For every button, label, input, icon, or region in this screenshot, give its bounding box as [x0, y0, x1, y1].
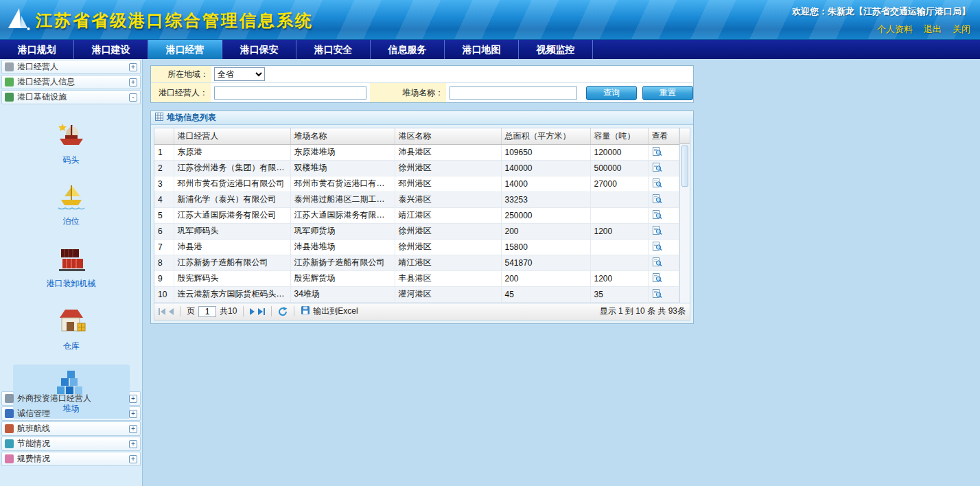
facility-icon — [5, 93, 14, 102]
header-link[interactable]: 个人资料 — [877, 23, 913, 36]
column-header[interactable]: 总面积（平方米） — [501, 128, 590, 144]
nav-tab[interactable]: 港口经营 — [148, 40, 222, 59]
cell-yard: 巩军师货场 — [290, 223, 395, 239]
sidebar-group[interactable]: 外商投资港口经营人+ — [1, 391, 141, 406]
expand-toggle-icon[interactable]: + — [129, 395, 137, 403]
cell-yard: 殷宪辉货场 — [290, 270, 395, 286]
column-header[interactable]: 查看 — [648, 128, 679, 144]
search-row-fields: 港口经营人： 堆场名称： 查询 重置 — [151, 82, 693, 102]
cell-operator: 殷宪辉码头 — [174, 270, 290, 286]
sidebar-group[interactable]: 诚信管理+ — [1, 406, 141, 421]
query-button[interactable]: 查询 — [586, 86, 637, 100]
pager-separator — [294, 306, 294, 316]
nav-tab[interactable]: 港口建设 — [74, 40, 148, 59]
table-header-row: 港口经营人堆场名称港区名称总面积（平方米）容量（吨）查看 — [154, 128, 679, 144]
refresh-button[interactable] — [278, 307, 288, 316]
sidebar-group[interactable]: 航班航线+ — [1, 421, 141, 436]
table-row[interactable]: 2江苏徐州港务（集团）有限公司双楼堆场徐州港区140000500000 — [154, 160, 679, 176]
sidebar-group[interactable]: 港口经营人+ — [1, 60, 141, 74]
view-button[interactable] — [652, 225, 662, 235]
facility-item-码头[interactable]: 码头 — [13, 116, 130, 170]
facility-list: 码头泊位港口装卸机械仓库堆场 — [0, 105, 142, 391]
sidebar-group[interactable]: 港口经营人信息+ — [1, 75, 141, 89]
column-header[interactable]: 容量（吨） — [590, 128, 648, 144]
expand-toggle-icon[interactable]: - — [129, 93, 137, 102]
first-page-button[interactable] — [159, 308, 165, 315]
nav-tab[interactable]: 港口规划 — [0, 40, 74, 59]
grid-wrap: 港口经营人堆场名称港区名称总面积（平方米）容量（吨）查看 1东原港东原港堆场沛县… — [154, 128, 690, 303]
table-row[interactable]: 1东原港东原港堆场沛县港区109650120000 — [154, 144, 679, 160]
sidebar-group-label: 港口经营人信息 — [17, 76, 129, 88]
facility-item-仓库[interactable]: 仓库 — [13, 302, 130, 356]
cell-area: 109650 — [501, 144, 590, 160]
column-header[interactable]: 港区名称 — [395, 128, 501, 144]
facility-label: 码头 — [63, 154, 80, 166]
region-select[interactable]: 全省 — [214, 67, 265, 81]
yard-table: 港口经营人堆场名称港区名称总面积（平方米）容量（吨）查看 1东原港东原港堆场沛县… — [154, 128, 679, 303]
cell-num: 2 — [154, 160, 174, 176]
nav-tab[interactable]: 港口安全 — [296, 40, 371, 59]
expand-toggle-icon[interactable]: + — [129, 440, 137, 448]
expand-toggle-icon[interactable]: + — [129, 63, 137, 71]
region-cell: 全省 — [211, 66, 693, 82]
pager-separator — [243, 306, 244, 316]
view-button[interactable] — [652, 273, 662, 283]
column-header[interactable]: 堆场名称 — [290, 128, 395, 144]
export-excel-button[interactable]: 输出到Excel — [301, 305, 358, 317]
nav-tab[interactable]: 港口保安 — [222, 40, 296, 59]
table-row[interactable]: 3邳州市黄石货运港口有限公司邳州市黄石货运港口有限公...邳州港区1400027… — [154, 176, 679, 192]
header-links: 个人资料退出关闭 — [877, 23, 970, 36]
export-excel-label: 输出到Excel — [313, 305, 358, 317]
expand-toggle-icon[interactable]: + — [129, 78, 137, 86]
scrollbar-thumb[interactable] — [681, 146, 689, 187]
view-button[interactable] — [652, 162, 662, 172]
nav-tab[interactable]: 港口地图 — [445, 40, 519, 59]
cell-num: 4 — [154, 192, 174, 207]
vertical-scrollbar[interactable] — [679, 128, 690, 303]
table-row[interactable]: 9殷宪辉码头殷宪辉货场丰县港区2001200 — [154, 270, 679, 286]
expand-toggle-icon[interactable]: + — [129, 410, 137, 418]
reset-button[interactable]: 重置 — [642, 86, 693, 100]
table-row[interactable]: 4新浦化学（泰兴）有限公司泰州港过船港区二期工程通...泰兴港区33253 — [154, 192, 679, 207]
prev-page-button[interactable] — [169, 308, 174, 315]
yard-name-input[interactable] — [450, 86, 577, 100]
next-page-button[interactable] — [250, 308, 255, 315]
table-row[interactable]: 5江苏大通国际港务有限公司江苏大通国际港务有限公司靖江港区250000 — [154, 207, 679, 223]
sidebar-group[interactable]: 节能情况+ — [1, 437, 141, 451]
column-header[interactable]: 港口经营人 — [174, 128, 290, 144]
expand-toggle-icon[interactable]: + — [129, 425, 137, 433]
main-nav: 港口规划港口建设港口经营港口保安港口安全信息服务港口地图视频监控 — [0, 40, 980, 59]
facility-label: 仓库 — [63, 340, 80, 352]
nav-tab[interactable]: 信息服务 — [371, 40, 445, 59]
last-page-button[interactable] — [258, 308, 265, 315]
facility-item-港口装卸机械[interactable]: 港口装卸机械 — [13, 240, 130, 294]
operator-input[interactable] — [214, 86, 366, 100]
view-button[interactable] — [652, 288, 662, 299]
cell-operator: 江苏新扬子造船有限公司 — [174, 255, 290, 270]
cell-num: 9 — [154, 270, 174, 286]
header-link[interactable]: 关闭 — [953, 23, 970, 36]
sidebar-group[interactable]: 规费情况+ — [1, 452, 141, 466]
sidebar-group[interactable]: 港口基础设施- — [1, 90, 141, 104]
table-row[interactable]: 7沛县港沛县港堆场徐州港区15800 — [154, 239, 679, 255]
view-button[interactable] — [652, 178, 662, 188]
table-row[interactable]: 10连云港新东方国际货柜码头有限...34堆场灌河港区4535 — [154, 286, 679, 302]
cell-yard: 泰州港过船港区二期工程通... — [290, 192, 395, 207]
cell-yard: 江苏新扬子造船有限公司 — [290, 255, 395, 270]
view-button[interactable] — [652, 194, 662, 204]
view-button[interactable] — [652, 257, 662, 267]
table-row[interactable]: 8江苏新扬子造船有限公司江苏新扬子造船有限公司靖江港区541870 — [154, 255, 679, 270]
total-pages-label: 共10 — [220, 305, 237, 317]
cell-capacity: 35 — [590, 286, 648, 302]
view-button[interactable] — [652, 241, 662, 251]
header-link[interactable]: 退出 — [924, 23, 942, 36]
cell-view — [648, 192, 679, 207]
table-row[interactable]: 6巩军师码头巩军师货场徐州港区2001200 — [154, 223, 679, 239]
view-button[interactable] — [652, 209, 662, 220]
expand-toggle-icon[interactable]: + — [129, 455, 137, 463]
facility-item-泊位[interactable]: 泊位 — [13, 178, 130, 231]
nav-tab[interactable]: 视频监控 — [519, 40, 593, 59]
row-number-header[interactable] — [154, 128, 174, 144]
view-button[interactable] — [652, 146, 662, 157]
page-input[interactable] — [198, 306, 216, 317]
